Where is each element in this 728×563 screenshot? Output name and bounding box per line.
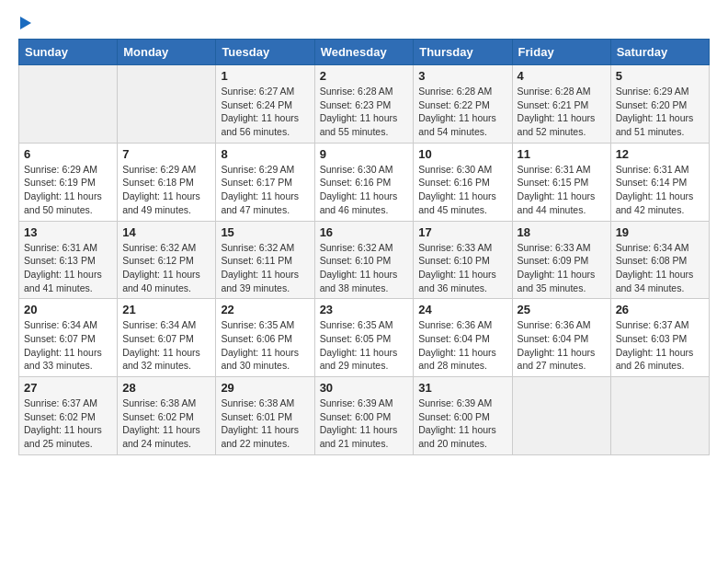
calendar-cell: 22Sunrise: 6:35 AM Sunset: 6:06 PM Dayli… — [216, 299, 314, 377]
day-number: 25 — [518, 303, 606, 316]
day-info: Sunrise: 6:28 AM Sunset: 6:23 PM Dayligh… — [320, 85, 409, 139]
day-number: 1 — [221, 69, 309, 83]
weekday-header: Sunday — [19, 40, 118, 65]
day-info: Sunrise: 6:37 AM Sunset: 6:02 PM Dayligh… — [24, 396, 112, 451]
day-number: 30 — [320, 381, 409, 395]
calendar-cell — [19, 65, 118, 144]
day-number: 13 — [24, 225, 112, 239]
day-info: Sunrise: 6:32 AM Sunset: 6:10 PM Dayligh… — [320, 241, 409, 295]
day-number: 9 — [320, 147, 409, 161]
day-number: 24 — [418, 303, 506, 316]
calendar-cell: 31Sunrise: 6:39 AM Sunset: 6:00 PM Dayli… — [414, 377, 512, 455]
weekday-header: Tuesday — [216, 40, 314, 65]
day-number: 15 — [221, 225, 309, 239]
day-info: Sunrise: 6:34 AM Sunset: 6:08 PM Dayligh… — [616, 241, 704, 295]
calendar-cell: 3Sunrise: 6:28 AM Sunset: 6:22 PM Daylig… — [414, 65, 512, 144]
logo-arrow-icon — [20, 17, 31, 29]
page: SundayMondayTuesdayWednesdayThursdayFrid… — [0, 0, 728, 563]
calendar-cell: 2Sunrise: 6:28 AM Sunset: 6:23 PM Daylig… — [314, 65, 414, 144]
calendar-cell: 11Sunrise: 6:31 AM Sunset: 6:15 PM Dayli… — [512, 143, 610, 221]
day-info: Sunrise: 6:31 AM Sunset: 6:13 PM Dayligh… — [24, 241, 112, 295]
calendar-week-row: 27Sunrise: 6:37 AM Sunset: 6:02 PM Dayli… — [19, 377, 710, 455]
day-number: 20 — [24, 303, 112, 316]
calendar-cell: 20Sunrise: 6:34 AM Sunset: 6:07 PM Dayli… — [19, 299, 118, 377]
day-number: 27 — [24, 381, 112, 395]
calendar-cell: 27Sunrise: 6:37 AM Sunset: 6:02 PM Dayli… — [19, 377, 118, 455]
calendar-cell — [512, 377, 610, 455]
calendar-cell: 23Sunrise: 6:35 AM Sunset: 6:05 PM Dayli… — [314, 299, 414, 377]
day-number: 28 — [122, 381, 210, 395]
day-info: Sunrise: 6:29 AM Sunset: 6:19 PM Dayligh… — [24, 163, 112, 217]
calendar-week-row: 20Sunrise: 6:34 AM Sunset: 6:07 PM Dayli… — [19, 299, 710, 377]
day-info: Sunrise: 6:28 AM Sunset: 6:22 PM Dayligh… — [418, 85, 506, 139]
day-number: 8 — [221, 147, 309, 161]
day-number: 19 — [616, 225, 704, 239]
day-number: 2 — [320, 69, 409, 83]
day-number: 26 — [616, 303, 704, 316]
day-info: Sunrise: 6:37 AM Sunset: 6:03 PM Dayligh… — [616, 318, 704, 373]
day-info: Sunrise: 6:36 AM Sunset: 6:04 PM Dayligh… — [518, 318, 606, 373]
day-number: 12 — [616, 147, 704, 161]
day-info: Sunrise: 6:31 AM Sunset: 6:15 PM Dayligh… — [518, 163, 606, 217]
day-info: Sunrise: 6:39 AM Sunset: 6:00 PM Dayligh… — [320, 396, 409, 451]
calendar-cell: 6Sunrise: 6:29 AM Sunset: 6:19 PM Daylig… — [19, 143, 118, 221]
day-number: 21 — [122, 303, 210, 316]
calendar-cell: 30Sunrise: 6:39 AM Sunset: 6:00 PM Dayli… — [314, 377, 414, 455]
day-number: 14 — [122, 225, 210, 239]
day-info: Sunrise: 6:34 AM Sunset: 6:07 PM Dayligh… — [122, 318, 210, 373]
day-number: 7 — [122, 147, 210, 161]
calendar-cell — [610, 377, 709, 455]
calendar-table: SundayMondayTuesdayWednesdayThursdayFrid… — [18, 39, 710, 455]
day-info: Sunrise: 6:29 AM Sunset: 6:17 PM Dayligh… — [221, 163, 309, 217]
day-info: Sunrise: 6:35 AM Sunset: 6:06 PM Dayligh… — [221, 318, 309, 373]
calendar-cell: 26Sunrise: 6:37 AM Sunset: 6:03 PM Dayli… — [610, 299, 709, 377]
calendar-cell: 16Sunrise: 6:32 AM Sunset: 6:10 PM Dayli… — [314, 221, 414, 299]
day-number: 3 — [418, 69, 506, 83]
day-info: Sunrise: 6:30 AM Sunset: 6:16 PM Dayligh… — [320, 163, 409, 217]
calendar-cell: 28Sunrise: 6:38 AM Sunset: 6:02 PM Dayli… — [118, 377, 216, 455]
day-info: Sunrise: 6:32 AM Sunset: 6:12 PM Dayligh… — [122, 241, 210, 295]
calendar-cell: 10Sunrise: 6:30 AM Sunset: 6:16 PM Dayli… — [414, 143, 512, 221]
calendar-cell: 13Sunrise: 6:31 AM Sunset: 6:13 PM Dayli… — [19, 221, 118, 299]
day-number: 23 — [320, 303, 409, 316]
calendar-cell: 5Sunrise: 6:29 AM Sunset: 6:20 PM Daylig… — [610, 65, 709, 144]
calendar-cell: 18Sunrise: 6:33 AM Sunset: 6:09 PM Dayli… — [512, 221, 610, 299]
calendar-cell: 4Sunrise: 6:28 AM Sunset: 6:21 PM Daylig… — [512, 65, 610, 144]
calendar-cell: 1Sunrise: 6:27 AM Sunset: 6:24 PM Daylig… — [216, 65, 314, 144]
calendar-cell — [118, 65, 216, 144]
day-number: 18 — [518, 225, 606, 239]
calendar-cell: 19Sunrise: 6:34 AM Sunset: 6:08 PM Dayli… — [610, 221, 709, 299]
weekday-header: Thursday — [414, 40, 512, 65]
calendar-week-row: 13Sunrise: 6:31 AM Sunset: 6:13 PM Dayli… — [19, 221, 710, 299]
day-info: Sunrise: 6:29 AM Sunset: 6:20 PM Dayligh… — [616, 85, 704, 139]
calendar-cell: 9Sunrise: 6:30 AM Sunset: 6:16 PM Daylig… — [314, 143, 414, 221]
calendar-cell: 25Sunrise: 6:36 AM Sunset: 6:04 PM Dayli… — [512, 299, 610, 377]
day-info: Sunrise: 6:35 AM Sunset: 6:05 PM Dayligh… — [320, 318, 409, 373]
calendar-header-row: SundayMondayTuesdayWednesdayThursdayFrid… — [19, 40, 710, 65]
day-number: 16 — [320, 225, 409, 239]
logo — [18, 18, 31, 29]
day-number: 6 — [24, 147, 112, 161]
calendar-cell: 15Sunrise: 6:32 AM Sunset: 6:11 PM Dayli… — [216, 221, 314, 299]
day-info: Sunrise: 6:33 AM Sunset: 6:10 PM Dayligh… — [418, 241, 506, 295]
day-info: Sunrise: 6:36 AM Sunset: 6:04 PM Dayligh… — [418, 318, 506, 373]
calendar-cell: 24Sunrise: 6:36 AM Sunset: 6:04 PM Dayli… — [414, 299, 512, 377]
weekday-header: Monday — [118, 40, 216, 65]
day-info: Sunrise: 6:30 AM Sunset: 6:16 PM Dayligh… — [418, 163, 506, 217]
day-number: 17 — [418, 225, 506, 239]
calendar-cell: 12Sunrise: 6:31 AM Sunset: 6:14 PM Dayli… — [610, 143, 709, 221]
calendar-cell: 8Sunrise: 6:29 AM Sunset: 6:17 PM Daylig… — [216, 143, 314, 221]
day-info: Sunrise: 6:27 AM Sunset: 6:24 PM Dayligh… — [221, 85, 309, 139]
calendar-cell: 7Sunrise: 6:29 AM Sunset: 6:18 PM Daylig… — [118, 143, 216, 221]
day-info: Sunrise: 6:39 AM Sunset: 6:00 PM Dayligh… — [418, 396, 506, 451]
day-number: 10 — [418, 147, 506, 161]
day-info: Sunrise: 6:28 AM Sunset: 6:21 PM Dayligh… — [518, 85, 606, 139]
day-info: Sunrise: 6:33 AM Sunset: 6:09 PM Dayligh… — [518, 241, 606, 295]
calendar-week-row: 1Sunrise: 6:27 AM Sunset: 6:24 PM Daylig… — [19, 65, 710, 144]
day-number: 5 — [616, 69, 704, 83]
weekday-header: Saturday — [610, 40, 709, 65]
day-info: Sunrise: 6:38 AM Sunset: 6:01 PM Dayligh… — [221, 396, 309, 451]
weekday-header: Friday — [512, 40, 610, 65]
day-info: Sunrise: 6:31 AM Sunset: 6:14 PM Dayligh… — [616, 163, 704, 217]
calendar-cell: 21Sunrise: 6:34 AM Sunset: 6:07 PM Dayli… — [118, 299, 216, 377]
